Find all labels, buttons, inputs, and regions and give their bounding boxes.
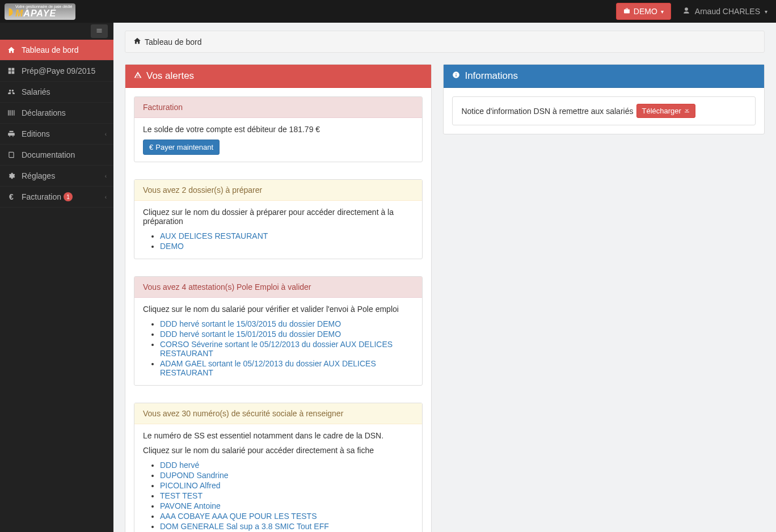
sidebar-item-tableau-de-bord[interactable]: Tableau de bord [0, 40, 113, 61]
list-item-link[interactable]: PICOLINO Alfred [160, 481, 221, 490]
home-icon [133, 37, 141, 47]
nav-list: Tableau de bordPrép@Paye 09/2015Salariés… [0, 40, 113, 208]
sidebar-item-salari-s[interactable]: Salariés [0, 82, 113, 103]
list-item-link[interactable]: DUPOND Sandrine [160, 471, 229, 480]
sidebar-item-label: Déclarations [22, 108, 66, 117]
list-item: DDD hervé [160, 461, 414, 470]
cogs-icon [7, 172, 16, 180]
user-icon [682, 7, 690, 16]
sidebar-item-label: Tableau de bord [22, 45, 78, 54]
print-icon [7, 130, 16, 138]
sidebar-item-label: Facturation [22, 192, 61, 201]
sidebar-item-d-clarations[interactable]: Déclarations [0, 103, 113, 124]
list-item: DDD hervé sortant le 15/01/2015 du dossi… [160, 330, 414, 339]
sidebar-item-r-glages[interactable]: Réglages‹ [0, 166, 113, 187]
chevron-left-icon: ‹ [105, 194, 107, 200]
alert-dossiers-heading: Vous avez 2 dossier(s) à préparer [134, 180, 422, 201]
informations-title: Informations [465, 70, 518, 82]
user-menu[interactable]: Arnaud CHARLES ▾ [682, 7, 767, 16]
alert-numeros: Vous avez 30 numéro(s) de sécurité socia… [134, 403, 423, 532]
chevron-down-icon: ▾ [765, 9, 767, 15]
list-item: AAA COBAYE AAA QUE POUR LES TESTS [160, 512, 414, 521]
list-item-link[interactable]: TEST TEST [160, 491, 203, 500]
logo-text: MAPAYE [15, 9, 56, 18]
list-item: DDD hervé sortant le 15/03/2015 du dossi… [160, 319, 414, 328]
alerts-panel-heading: Vos alertes [125, 65, 431, 88]
list-item: DUPOND Sandrine [160, 471, 414, 480]
list-item: PAVONE Antoine [160, 501, 414, 510]
alert-facturation: Facturation Le solde de votre compte est… [134, 96, 423, 162]
chevron-left-icon: ‹ [105, 173, 107, 179]
list-item-link[interactable]: ADAM GAEL sortant le 05/12/2013 du dossi… [160, 359, 376, 377]
list-item: TEST TEST [160, 491, 414, 500]
list-item: DEMO [160, 242, 414, 251]
top-header: ◗ Votre gestionnaire de paie dédié MAPAY… [0, 0, 776, 23]
list-item-link[interactable]: DDD hervé [160, 461, 199, 470]
sidebar-item-label: Réglages [22, 171, 55, 180]
alert-dossiers-intro: Cliquez sur le nom du dossier à préparer… [143, 208, 414, 226]
list-item-link[interactable]: CORSO Séverine sortant le 05/12/2013 du … [160, 340, 393, 358]
sidebar-item-label: Editions [22, 129, 50, 138]
sidebar-item-editions[interactable]: Editions‹ [0, 124, 113, 145]
list-item: CORSO Séverine sortant le 05/12/2013 du … [160, 340, 414, 358]
list-item-link[interactable]: DDD hervé sortant le 15/01/2015 du dossi… [160, 330, 341, 339]
list-item: DOM GENERALE Sal sup a 3.8 SMIC Tout EFF [160, 522, 414, 531]
sidebar-toggle-button[interactable] [91, 24, 108, 38]
list-item: AUX DELICES RESTAURANT [160, 231, 414, 240]
breadcrumb-title: Tableau de bord [145, 37, 201, 47]
main-content: Tableau de bord Vos alertes Facturation [113, 23, 776, 532]
download-icon [684, 107, 690, 115]
list-item-link[interactable]: AAA COBAYE AAA QUE POUR LES TESTS [160, 512, 317, 521]
dossiers-list: AUX DELICES RESTAURANTDEMO [143, 231, 414, 251]
list-item: PICOLINO Alfred [160, 481, 414, 490]
chevron-down-icon: ▾ [661, 9, 664, 15]
chevron-left-icon: ‹ [105, 131, 107, 137]
sidebar-item-facturation[interactable]: €Facturation1‹ [0, 187, 113, 208]
download-button[interactable]: Télécharger [636, 104, 695, 118]
euro-icon: € [149, 143, 153, 151]
alert-facturation-heading: Facturation [134, 97, 422, 118]
download-label: Télécharger [642, 107, 681, 115]
sidebar: Tableau de bordPrép@Paye 09/2015Salariés… [0, 23, 113, 532]
warning-icon [134, 70, 142, 82]
user-name: Arnaud CHARLES [695, 7, 760, 16]
demo-label: DEMO [634, 7, 657, 16]
bars-icon [95, 27, 103, 36]
list-item-link[interactable]: DOM GENERALE Sal sup a 3.8 SMIC Tout EFF [160, 522, 329, 531]
demo-dropdown-button[interactable]: DEMO ▾ [616, 3, 671, 20]
alert-dossiers: Vous avez 2 dossier(s) à préparer Clique… [134, 179, 423, 259]
logo-glyph-icon: ◗ [8, 5, 13, 18]
list-item-link[interactable]: DEMO [160, 242, 184, 251]
breadcrumb: Tableau de bord [125, 31, 765, 53]
list-item-link[interactable]: DDD hervé sortant le 15/03/2015 du dossi… [160, 319, 341, 328]
briefcase-icon [623, 7, 630, 16]
alerts-title: Vos alertes [146, 70, 194, 82]
users-icon [7, 88, 16, 96]
book-icon [7, 151, 16, 159]
badge: 1 [64, 192, 73, 201]
informations-notice-text: Notice d'information DSN à remettre aux … [461, 107, 633, 116]
alert-attestations-heading: Vous avez 4 attestation(s) Pole Emploi à… [134, 277, 422, 298]
list-item-link[interactable]: PAVONE Antoine [160, 501, 221, 510]
grid-icon [7, 67, 16, 75]
alert-attestations: Vous avez 4 attestation(s) Pole Emploi à… [134, 276, 423, 386]
logo[interactable]: ◗ Votre gestionnaire de paie dédié MAPAY… [0, 3, 113, 20]
alert-numeros-heading: Vous avez 30 numéro(s) de sécurité socia… [134, 403, 422, 424]
numeros-list: DDD hervéDUPOND SandrinePICOLINO AlfredT… [143, 461, 414, 532]
list-item-link[interactable]: AUX DELICES RESTAURANT [160, 231, 268, 240]
info-icon [452, 70, 460, 82]
alert-numeros-intro1: Le numéro de SS est essentiel notamment … [143, 431, 414, 440]
logo-tagline: Votre gestionnaire de paie dédié [15, 5, 72, 9]
sidebar-item-pr-p-paye-09-2015[interactable]: Prép@Paye 09/2015 [0, 61, 113, 82]
alert-numeros-intro2: Cliquez sur le nom du salarié pour accéd… [143, 446, 414, 455]
pay-now-button[interactable]: € Payer maintenant [143, 140, 220, 155]
informations-panel: Informations Notice d'information DSN à … [443, 64, 765, 134]
alert-facturation-text: Le solde de votre compte est débiteur de… [143, 125, 414, 134]
list-item: ADAM GAEL sortant le 05/12/2013 du dossi… [160, 359, 414, 377]
sidebar-item-label: Prép@Paye 09/2015 [22, 66, 95, 75]
alert-attestations-intro: Cliquez sur le nom du salarié pour vérif… [143, 305, 414, 314]
pay-now-label: Payer maintenant [155, 143, 213, 151]
sidebar-item-documentation[interactable]: Documentation [0, 145, 113, 166]
euro-icon: € [7, 192, 16, 201]
alerts-panel: Vos alertes Facturation Le solde de votr… [125, 64, 432, 532]
